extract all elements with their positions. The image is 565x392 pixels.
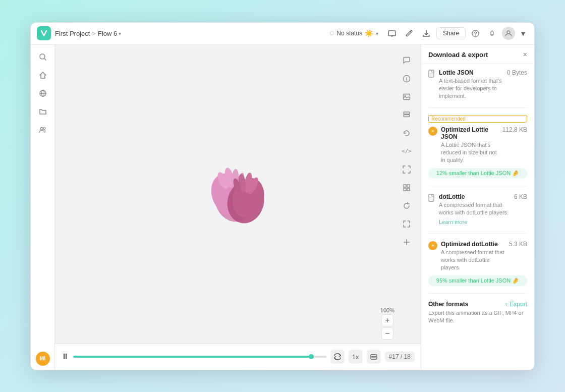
zoom-out-button[interactable]: − xyxy=(381,327,393,340)
dotlottie-size: 6 KB xyxy=(514,193,527,200)
other-formats-section: Other formats + Export Export this anima… xyxy=(428,301,527,325)
breadcrumb-project[interactable]: First Project xyxy=(55,30,90,37)
title-bar-left: First Project > Flow 6 ▾ xyxy=(37,26,326,40)
speed-button[interactable]: 1x xyxy=(349,350,363,364)
edit-icon-button[interactable] xyxy=(402,27,416,39)
status-button[interactable]: No status ☀️ ▾ xyxy=(326,28,382,39)
other-formats-desc: Export this animation as a GIF, MP4 or W… xyxy=(428,309,527,325)
sidebar: MI xyxy=(31,45,55,370)
svg-point-4 xyxy=(475,35,476,35)
rotate-tool-button[interactable] xyxy=(399,198,414,213)
breadcrumb-flow[interactable]: Flow 6 ▾ xyxy=(98,30,121,37)
sidebar-item-search[interactable] xyxy=(35,49,51,65)
svg-rect-34 xyxy=(404,188,406,191)
loop-button[interactable] xyxy=(330,350,345,364)
svg-point-11 xyxy=(40,127,43,130)
image-tool-button[interactable] xyxy=(399,89,414,104)
optimized-dotlottie-badge: 95% smaller than Lottie JSON 🤌 xyxy=(428,275,527,286)
canvas-main: </> xyxy=(55,45,421,344)
resize-tool-button[interactable] xyxy=(399,162,414,177)
svg-point-27 xyxy=(406,77,407,78)
recommended-badge: Recommended xyxy=(428,115,527,123)
optimized-lottie-name: Optimized Lottie JSON xyxy=(441,126,498,140)
bell-button[interactable] xyxy=(485,28,499,39)
layers-tool-button[interactable] xyxy=(399,107,414,123)
dotlottie-learn-more-link[interactable]: Learn more xyxy=(439,219,467,225)
code-tool-button[interactable]: </> xyxy=(399,144,414,159)
progress-fill xyxy=(73,356,311,358)
svg-point-5 xyxy=(507,31,510,34)
status-label: No status xyxy=(336,30,362,37)
canvas-wrapper: </> xyxy=(55,45,421,370)
sidebar-item-globe[interactable] xyxy=(35,85,51,101)
info-tool-button[interactable] xyxy=(399,71,414,86)
sidebar-item-home[interactable] xyxy=(35,67,51,83)
grid-tool-button[interactable] xyxy=(399,180,414,195)
panel-title: Download & export xyxy=(428,51,488,59)
lottie-json-size: 0 Bytes xyxy=(507,69,527,76)
svg-rect-30 xyxy=(404,112,410,114)
expand-menu-button[interactable]: ▾ xyxy=(518,27,528,40)
add-tool-button[interactable] xyxy=(399,235,414,250)
comment-tool-button[interactable] xyxy=(399,53,414,68)
dotlottie-name: dotLottie xyxy=(439,193,510,200)
share-button[interactable]: Share xyxy=(436,27,466,39)
other-formats-export-link[interactable]: + Export xyxy=(504,301,527,308)
separator-2 xyxy=(428,186,527,186)
zoom-percentage: 100% xyxy=(380,307,394,313)
format-item-dotlottie[interactable]: dotLottie A compressed format that works… xyxy=(428,193,527,226)
chevron-down-icon: ▾ xyxy=(521,29,525,38)
history-tool-button[interactable] xyxy=(399,126,414,141)
optimized-dotlottie-desc: A compressed format that works with dotL… xyxy=(441,249,505,272)
title-bar: First Project > Flow 6 ▾ No status ☀️ ▾ xyxy=(31,23,534,45)
optimized-lottie-badge: 12% smaller than Lottie JSON 🤌 xyxy=(428,168,527,179)
hands-illustration xyxy=(198,161,278,227)
dotlottie-desc: A compressed format that works with dotL… xyxy=(439,201,510,217)
status-chevron-icon: ▾ xyxy=(376,31,378,36)
format-item-lottie-json[interactable]: Lottie JSON A text-based format that's e… xyxy=(428,69,527,100)
chevron-down-icon: ▾ xyxy=(119,31,121,36)
progress-handle[interactable] xyxy=(309,354,314,359)
play-pause-button[interactable]: ⏸ xyxy=(61,352,69,361)
title-bar-right: No status ☀️ ▾ Share xyxy=(326,27,528,40)
dotlottie-icon xyxy=(428,194,435,203)
svg-rect-31 xyxy=(404,115,410,117)
lottie-json-name: Lottie JSON xyxy=(439,69,503,76)
svg-point-12 xyxy=(43,127,45,129)
speed-label: 1x xyxy=(352,353,359,361)
svg-rect-35 xyxy=(407,188,410,191)
panel-content: Lottie JSON A text-based format that's e… xyxy=(421,64,534,330)
app-window: First Project > Flow 6 ▾ No status ☀️ ▾ xyxy=(30,22,535,370)
breadcrumb: First Project > Flow 6 ▾ xyxy=(55,30,121,37)
optimized-dotlottie-sun-icon: ☀ xyxy=(428,241,437,250)
right-panel: Download & export × Lottie JSON A text-b xyxy=(421,45,534,370)
svg-line-7 xyxy=(44,59,46,60)
download-icon-button[interactable] xyxy=(419,27,433,39)
panel-header: Download & export × xyxy=(421,45,534,64)
caption-button[interactable] xyxy=(367,350,381,364)
svg-rect-0 xyxy=(388,31,396,36)
user-avatar-button[interactable] xyxy=(502,27,515,40)
zoom-in-button[interactable]: + xyxy=(381,314,393,326)
help-button[interactable] xyxy=(469,28,482,39)
format-item-optimized-lottie[interactable]: Recommended ☀ Optimized Lottie JSON A Lo… xyxy=(428,115,527,179)
bottom-toolbar: ⏸ 1x #17 / 18 xyxy=(55,344,421,370)
status-dot xyxy=(330,31,334,35)
sidebar-item-folder[interactable] xyxy=(35,103,51,120)
user-avatar[interactable]: MI xyxy=(36,352,50,366)
fullscreen-tool-button[interactable] xyxy=(399,216,414,232)
progress-bar[interactable] xyxy=(73,356,326,358)
animation-preview xyxy=(188,144,289,245)
panel-close-button[interactable]: × xyxy=(523,51,527,58)
device-icon-button[interactable] xyxy=(385,27,399,39)
svg-rect-32 xyxy=(404,185,406,187)
other-formats-title: Other formats xyxy=(428,301,468,308)
format-item-optimized-dotlottie[interactable]: ☀ Optimized dotLottie A compressed forma… xyxy=(428,241,527,286)
frame-info: #17 / 18 xyxy=(385,352,415,362)
optimized-lottie-sun-icon: ☀ xyxy=(428,127,437,136)
separator-3 xyxy=(428,233,527,234)
sidebar-item-users[interactable] xyxy=(35,122,51,138)
breadcrumb-sep: > xyxy=(92,30,96,37)
separator-4 xyxy=(428,293,527,294)
optimized-lottie-desc: A Lottie JSON that's reduced in size but… xyxy=(441,141,498,164)
